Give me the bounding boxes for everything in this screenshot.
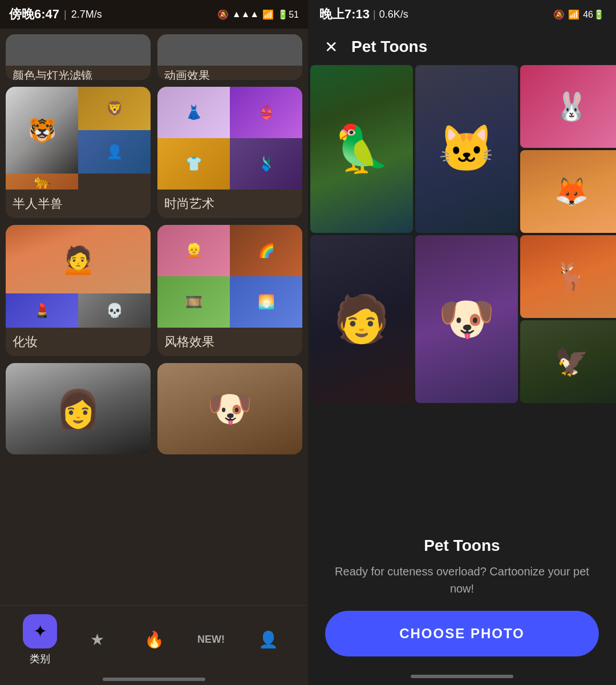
category-card-color-filter[interactable]: 颜色与灯光滤镜 [6, 34, 151, 80]
left-panel: 傍晚6:47 | 2.7M/s 🔕 ▲▲▲ 📶 🔋51 颜色与灯光滤镜 动画效果 [0, 0, 308, 685]
signal-icon-left: ▲▲▲ [232, 9, 260, 19]
bottom-nav: ✦ 类别 ★ 🔥 NEW! 👤 [0, 605, 308, 674]
half-beast-img-sub3: 🐆 [6, 174, 78, 190]
right-panel: 晚上7:13 | 0.6K/s 🔕 📶 46🔋 ✕ Pet Toons 🦜 🐱 … [308, 0, 616, 685]
home-indicator-right [308, 668, 616, 685]
category-icon: ✦ [23, 614, 57, 648]
battery-icon-right: 46🔋 [583, 9, 605, 20]
sep-left: | [64, 9, 67, 21]
fashion-img-tl: 👗 [157, 87, 230, 138]
time-left: 傍晚6:47 [9, 6, 59, 23]
battery-icon-left: 🔋51 [277, 9, 299, 20]
home-bar-right [411, 675, 513, 678]
color-filter-label: 颜色与灯光滤镜 [6, 66, 151, 80]
speed-left: 2.7M/s [71, 9, 102, 21]
fashion-img-bl: 👕 [157, 138, 230, 190]
nav-item-profile[interactable]: 👤 [251, 623, 285, 657]
wifi-icon-left: 📶 [262, 9, 274, 20]
status-bar-left: 傍晚6:47 | 2.7M/s 🔕 ▲▲▲ 📶 🔋51 [0, 0, 308, 29]
makeup-img-sub1: 💄 [6, 293, 78, 328]
category-card-style-effects[interactable]: 👱 🌈 🎞️ 🌅 风格效果 [157, 225, 302, 356]
pet-toons-header-title: Pet Toons [351, 38, 427, 56]
makeup-img-sub2: 💀 [78, 293, 151, 328]
mute-icon-left: 🔕 [217, 9, 229, 20]
profile-icon: 👤 [251, 623, 285, 657]
half-beast-img-sub2: 👤 [78, 130, 151, 174]
bw-portrait-img: 👩 [6, 363, 151, 454]
top-partial-row: 颜色与灯光滤镜 动画效果 [6, 34, 302, 80]
categories-scroll[interactable]: 颜色与灯光滤镜 动画效果 🐯 🦁 👤 🐆 半人半兽 [0, 29, 308, 605]
pet-toons-title: Pet Toons [325, 537, 599, 555]
category-card-animation[interactable]: 动画效果 [157, 34, 302, 80]
category-grid: 🐯 🦁 👤 🐆 半人半兽 👗 👙 👕 🩱 时尚艺术 [6, 87, 302, 454]
category-card-bw-portrait[interactable]: 👩 [6, 363, 151, 454]
nav-item-trending[interactable]: 🔥 [137, 623, 171, 657]
nav-label-category: 类别 [30, 652, 50, 666]
pet-toons-info: Pet Toons Ready for cuteness overload? C… [308, 521, 616, 668]
mute-icon-right: 🔕 [553, 9, 565, 20]
animation-img [157, 34, 302, 66]
close-button[interactable]: ✕ [319, 35, 342, 58]
status-bar-right: 晚上7:13 | 0.6K/s 🔕 📶 46🔋 [308, 0, 616, 29]
speed-right: 0.6K/s [379, 9, 408, 21]
pet-toons-mosaic: 🦜 🐱 🐰 🦊 🧑 🐶 🦌 🦅 [308, 65, 616, 521]
category-card-makeup[interactable]: 🙍 💄 💀 化妆 [6, 225, 151, 356]
nav-item-new[interactable]: NEW! [194, 623, 228, 657]
home-bar-left [103, 678, 205, 681]
style-effects-label: 风格效果 [157, 328, 302, 356]
style-img-bl: 🎞️ [157, 276, 230, 328]
animation-label: 动画效果 [157, 66, 302, 80]
category-card-fashion-art[interactable]: 👗 👙 👕 🩱 时尚艺术 [157, 87, 302, 218]
half-beast-label: 半人半兽 [6, 190, 151, 218]
star-icon: ★ [80, 623, 114, 657]
style-img-tl: 👱 [157, 225, 230, 276]
makeup-img-main: 🙍 [6, 225, 151, 293]
category-card-half-beast[interactable]: 🐯 🦁 👤 🐆 半人半兽 [6, 87, 151, 218]
half-beast-img-sub1: 🦁 [78, 87, 151, 130]
nav-item-favorites[interactable]: ★ [80, 623, 114, 657]
makeup-label: 化妆 [6, 328, 151, 356]
mosaic-cell-bird: 🦅 [520, 320, 616, 403]
category-card-pug[interactable]: 🐶 [157, 363, 302, 454]
mosaic-cell-grey-cat: 🐱 [415, 65, 518, 233]
choose-photo-button[interactable]: CHOOSE PHOTO [325, 611, 599, 656]
pug-img: 🐶 [157, 363, 302, 454]
scroll-spacer [6, 454, 302, 511]
mosaic-cell-bw-dog: 🐶 [415, 235, 518, 403]
mosaic-cell-girl-dog: 🧑 [310, 235, 413, 403]
pet-toons-description: Ready for cuteness overload? Cartoonize … [325, 563, 599, 597]
pet-toons-header: ✕ Pet Toons [308, 29, 616, 65]
sep-right: | [373, 9, 376, 21]
fire-icon: 🔥 [137, 623, 171, 657]
fashion-img-br: 🩱 [230, 138, 302, 190]
style-img-tr: 🌈 [230, 225, 302, 276]
status-icons-right: 🔕 📶 46🔋 [553, 9, 605, 20]
mosaic-cell-deer: 🦌 [520, 235, 616, 318]
color-filter-img [6, 34, 151, 66]
nav-item-category[interactable]: ✦ 类别 [23, 614, 57, 666]
mosaic-cell-colorful-birds: 🦜 [310, 65, 413, 233]
new-icon: NEW! [194, 623, 228, 657]
signal-icon-right: 📶 [568, 9, 579, 20]
mosaic-cell-white-bunny: 🐰 [520, 65, 616, 148]
style-img-br: 🌅 [230, 276, 302, 328]
home-indicator-left [0, 674, 308, 685]
half-beast-img-main: 🐯 [6, 87, 78, 174]
time-right: 晚上7:13 [319, 6, 370, 23]
fashion-img-tr: 👙 [230, 87, 302, 138]
fashion-art-label: 时尚艺术 [157, 190, 302, 218]
status-icons-left: 🔕 ▲▲▲ 📶 🔋51 [217, 9, 299, 20]
mosaic-cell-orange-cat: 🦊 [520, 150, 616, 233]
